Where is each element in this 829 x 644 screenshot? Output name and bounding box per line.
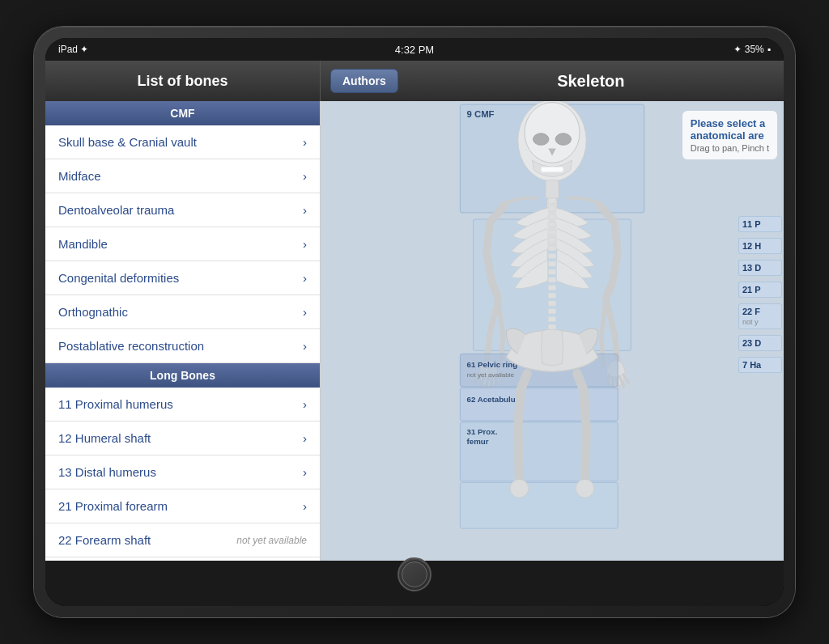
svg-point-49 xyxy=(510,479,529,498)
battery-icon: ▪ xyxy=(767,44,771,55)
skeleton-title: Skeleton xyxy=(398,72,784,91)
right-panel[interactable]: Please select a anatomical are Drag to p… xyxy=(321,101,784,561)
left-panel: CMF Skull base & Cranial vault › Midface… xyxy=(45,101,321,561)
chevron-icon: › xyxy=(303,237,307,251)
long-bones-section-header: Long Bones xyxy=(45,363,320,388)
chevron-icon: › xyxy=(303,203,307,217)
svg-rect-24 xyxy=(548,206,556,211)
item-label: 11 Proximal humerus xyxy=(58,397,173,411)
chevron-icon: › xyxy=(303,271,307,285)
item-label: Midface xyxy=(58,169,101,183)
list-item-congenital[interactable]: Congenital deformities › xyxy=(45,261,320,295)
svg-rect-29 xyxy=(548,246,556,251)
item-label: Orthognathic xyxy=(58,305,128,319)
svg-text:31 Prox.: 31 Prox. xyxy=(467,427,498,436)
battery-level: 35% xyxy=(745,44,764,55)
item-label: Congenital deformities xyxy=(58,271,179,285)
status-right: ✦ 35% ▪ xyxy=(733,44,771,55)
list-item-mandible[interactable]: Mandible › xyxy=(45,227,320,261)
item-label: 21 Proximal forearm xyxy=(58,499,168,513)
please-select-title: Please select a xyxy=(691,117,769,129)
svg-point-5 xyxy=(555,133,571,146)
item-label: Dentoalveolar trauma xyxy=(58,203,174,217)
item-label: Skull base & Cranial vault xyxy=(58,135,197,149)
svg-rect-30 xyxy=(548,253,556,258)
list-item[interactable]: Skull base & Cranial vault › xyxy=(45,125,320,159)
chevron-icon: › xyxy=(303,169,307,183)
cmf-section-header: CMF xyxy=(45,101,320,125)
svg-rect-6 xyxy=(541,167,563,172)
item-label: 13 Distal humerus xyxy=(58,465,156,479)
authors-button[interactable]: Authors xyxy=(330,69,398,93)
status-left: iPad ✦ xyxy=(58,44,88,55)
svg-rect-39 xyxy=(548,324,556,329)
item-label: Postablative reconstruction xyxy=(58,339,204,353)
chevron-icon: › xyxy=(303,305,307,319)
list-item-distal-humerus[interactable]: 13 Distal humerus › xyxy=(45,455,320,489)
svg-rect-23 xyxy=(548,198,556,203)
please-select-box: Please select a anatomical are Drag to p… xyxy=(682,111,777,159)
svg-rect-35 xyxy=(548,293,556,298)
right-label-22f: 22 Fnot y xyxy=(738,303,782,329)
right-label-12h: 12 H xyxy=(738,238,782,254)
svg-point-50 xyxy=(576,479,594,498)
svg-text:not yet available: not yet available xyxy=(467,371,515,379)
skeleton-image: 9 CMF xyxy=(421,101,684,561)
svg-rect-31 xyxy=(548,261,556,266)
svg-rect-25 xyxy=(548,214,556,219)
svg-rect-34 xyxy=(548,285,556,290)
home-button-inner xyxy=(402,561,427,587)
app-content: List of bones Authors Skeleton CMF Skull… xyxy=(45,61,784,561)
list-item[interactable]: Dentoalveolar trauma › xyxy=(45,193,320,227)
drag-hint: Drag to pan, Pinch t xyxy=(691,143,769,153)
chevron-icon: › xyxy=(303,499,307,513)
chevron-icon: › xyxy=(303,397,307,411)
status-time: 4:32 PM xyxy=(395,44,434,56)
right-label-11p: 11 P xyxy=(738,216,782,232)
right-label-21p: 21 P xyxy=(738,282,782,298)
list-item[interactable]: Orthognathic › xyxy=(45,295,320,329)
nav-left-section: List of bones xyxy=(45,61,321,101)
right-label-13d: 13 D xyxy=(738,260,782,276)
nav-right-section: Authors Skeleton xyxy=(321,61,784,101)
list-item[interactable]: Midface › xyxy=(45,159,320,193)
status-bar: iPad ✦ 4:32 PM ✦ 35% ▪ xyxy=(45,38,784,61)
svg-text:9 CMF: 9 CMF xyxy=(467,109,495,119)
svg-text:61 Pelvic ring: 61 Pelvic ring xyxy=(467,360,518,369)
home-button[interactable] xyxy=(397,557,432,591)
item-label: 12 Humeral shaft xyxy=(58,431,151,445)
chevron-icon: › xyxy=(303,135,307,149)
chevron-icon: › xyxy=(303,465,307,479)
bluetooth-icon: ✦ xyxy=(733,44,742,55)
chevron-icon: › xyxy=(303,339,307,353)
svg-rect-7 xyxy=(546,180,559,198)
home-button-area xyxy=(45,561,784,606)
right-side-labels: 11 P 12 H 13 D 21 P 22 Fnot y 23 D 7 Ha xyxy=(737,214,784,375)
right-label-7ha: 7 Ha xyxy=(738,357,782,373)
svg-point-4 xyxy=(533,133,548,146)
nav-bar: List of bones Authors Skeleton xyxy=(45,61,784,101)
ipad-label: iPad ✦ xyxy=(58,44,88,55)
svg-rect-38 xyxy=(548,316,556,321)
svg-rect-27 xyxy=(548,230,556,235)
svg-rect-43 xyxy=(460,388,618,422)
svg-rect-36 xyxy=(548,301,556,306)
svg-text:femur: femur xyxy=(467,437,489,446)
svg-rect-28 xyxy=(548,238,556,243)
list-item-proximal-forearm[interactable]: 21 Proximal forearm › xyxy=(45,489,320,523)
list-item-forearm-shaft[interactable]: 22 Forearm shaft not yet available xyxy=(45,523,320,557)
right-label-23d: 23 D xyxy=(738,335,782,351)
list-item[interactable]: Postablative reconstruction › xyxy=(45,329,320,363)
not-available-label: not yet available xyxy=(236,535,307,546)
svg-rect-26 xyxy=(548,222,556,227)
svg-text:62 Acetabulum: 62 Acetabulum xyxy=(467,395,523,404)
item-label: 22 Forearm shaft xyxy=(58,533,151,547)
svg-rect-33 xyxy=(548,277,556,282)
ipad-screen: iPad ✦ 4:32 PM ✦ 35% ▪ List of bones Aut… xyxy=(45,38,784,606)
list-item-proximal-humerus[interactable]: 11 Proximal humerus › xyxy=(45,388,320,422)
chevron-icon: › xyxy=(303,431,307,445)
ipad-frame: iPad ✦ 4:32 PM ✦ 35% ▪ List of bones Aut… xyxy=(34,27,795,617)
main-area: CMF Skull base & Cranial vault › Midface… xyxy=(45,101,784,561)
list-item-humeral-shaft[interactable]: 12 Humeral shaft › xyxy=(45,422,320,455)
list-of-bones-title: List of bones xyxy=(138,73,228,90)
